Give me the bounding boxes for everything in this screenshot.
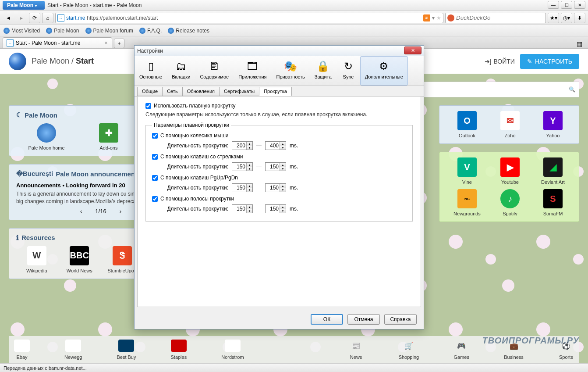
- app-menu-button[interactable]: Pale Moon: [3, 1, 45, 10]
- tile-bestbuy[interactable]: Best Buy: [117, 340, 136, 360]
- spin-up-icon[interactable]: ▲: [247, 205, 252, 209]
- all-tabs-button[interactable]: ▦: [577, 40, 584, 48]
- spin-down-icon[interactable]: ▼: [280, 209, 286, 213]
- tile-spotify[interactable]: ♪Spotify: [489, 189, 531, 216]
- spinner-min[interactable]: ▲▼: [232, 204, 253, 213]
- spinner-max[interactable]: ▲▼: [265, 183, 286, 192]
- spinner-input[interactable]: [232, 184, 246, 192]
- checkbox-smooth-scroll[interactable]: [145, 103, 151, 109]
- reload-button[interactable]: ⟳: [29, 13, 40, 23]
- subtab-scroll[interactable]: Прокрутка: [259, 87, 292, 96]
- search-input[interactable]: [456, 14, 544, 21]
- bookmark-button[interactable]: ★▾: [548, 13, 559, 23]
- tile-newgrounds[interactable]: NGNewgrounds: [446, 189, 488, 216]
- ok-button[interactable]: ОК: [311, 314, 343, 325]
- dropdown-icon[interactable]: ▾: [432, 15, 435, 21]
- tile-pm-home[interactable]: Pale Moon home: [16, 123, 77, 150]
- url-bar[interactable]: ∷ start.me ෧ ▾ ★: [55, 13, 443, 23]
- history-button[interactable]: ◷▾: [561, 13, 572, 23]
- help-button[interactable]: Справка: [384, 314, 417, 325]
- toolbtn-content[interactable]: 🖹Содержимое: [195, 56, 234, 86]
- dialog-titlebar[interactable]: Настройки ✕: [135, 46, 424, 56]
- tile-somafm[interactable]: SSomaFM: [532, 189, 574, 216]
- tile-addons[interactable]: ✚Add-ons: [78, 123, 139, 150]
- spinner-input[interactable]: [266, 205, 280, 213]
- tile-games[interactable]: 🎮Games: [453, 340, 469, 360]
- spin-down-icon[interactable]: ▼: [280, 146, 286, 150]
- spinner-input[interactable]: [232, 205, 246, 213]
- tile-yahoo[interactable]: YYahoo: [532, 111, 574, 138]
- tile-news[interactable]: 📰News: [348, 340, 364, 360]
- spin-up-icon[interactable]: ▲: [280, 142, 286, 146]
- spin-up-icon[interactable]: ▲: [280, 184, 286, 188]
- spinner-min[interactable]: ▲▼: [232, 183, 253, 192]
- spinner-input[interactable]: [266, 163, 280, 171]
- tile-newegg[interactable]: Newegg: [64, 340, 82, 360]
- tile-nordstrom[interactable]: Nordstrom: [221, 340, 244, 360]
- back-button[interactable]: ◄: [3, 13, 14, 23]
- subtab-network[interactable]: Сеть: [162, 87, 182, 96]
- maximize-button[interactable]: ☐: [561, 1, 572, 9]
- tab-close-icon[interactable]: ×: [103, 40, 109, 46]
- tile-ebay[interactable]: Ebay: [14, 340, 30, 360]
- spin-up-icon[interactable]: ▲: [247, 184, 252, 188]
- spin-up-icon[interactable]: ▲: [247, 163, 252, 167]
- spinner-input[interactable]: [266, 184, 280, 192]
- home-button[interactable]: ⌂: [42, 13, 53, 23]
- spinner-max[interactable]: ▲▼: [265, 162, 286, 171]
- bookmark-forum[interactable]: Pale Moon forum: [85, 28, 133, 34]
- forward-button[interactable]: ▸: [16, 13, 27, 23]
- spinner-min[interactable]: ▲▼: [232, 141, 253, 150]
- spin-up-icon[interactable]: ▲: [247, 142, 252, 146]
- bookmark-most-visited[interactable]: Most Visited: [4, 28, 40, 34]
- new-tab-button[interactable]: +: [114, 39, 124, 48]
- tile-youtube[interactable]: ▶Youtube: [489, 157, 531, 185]
- rss-icon[interactable]: ෧: [423, 14, 430, 21]
- bookmark-star-icon[interactable]: ★: [436, 15, 441, 21]
- spin-down-icon[interactable]: ▼: [280, 167, 286, 171]
- downloads-button[interactable]: ⬇: [574, 13, 585, 23]
- search-bar[interactable]: [445, 13, 546, 23]
- tile-wikipedia[interactable]: WWikipedia: [16, 246, 57, 273]
- tile-zoho[interactable]: ✉Zoho: [489, 111, 531, 138]
- checkbox-group-1[interactable]: [152, 154, 158, 160]
- spinner-input[interactable]: [232, 142, 246, 150]
- pager-prev[interactable]: ‹: [80, 208, 82, 215]
- spin-down-icon[interactable]: ▼: [247, 188, 252, 192]
- checkbox-group-0[interactable]: [152, 133, 158, 139]
- tab-active[interactable]: ∷ Start - Pale Moon - start.me ×: [3, 37, 112, 48]
- toolbtn-sync[interactable]: ↻Sync: [337, 56, 360, 86]
- spinner-min[interactable]: ▲▼: [232, 162, 253, 171]
- spin-up-icon[interactable]: ▲: [280, 163, 286, 167]
- spin-down-icon[interactable]: ▼: [247, 167, 252, 171]
- tile-deviant[interactable]: ◢Deviant Art: [532, 157, 574, 185]
- toolbtn-general[interactable]: ▯Основные: [135, 56, 167, 86]
- checkbox-group-3[interactable]: [152, 196, 158, 202]
- cancel-button[interactable]: Отмена: [347, 314, 380, 325]
- subtab-updates[interactable]: Обновления: [182, 87, 220, 96]
- page-search-box[interactable]: 🔍: [413, 82, 579, 97]
- customize-button[interactable]: ✎НАСТРОИТЬ: [520, 54, 579, 69]
- spin-up-icon[interactable]: ▲: [280, 205, 286, 209]
- subtab-general[interactable]: Общие: [137, 87, 163, 96]
- bookmark-releasenotes[interactable]: Release notes: [168, 28, 209, 34]
- close-button[interactable]: ✕: [574, 1, 585, 9]
- toolbtn-tabs[interactable]: 🗂Вкладки: [167, 56, 195, 86]
- minimize-button[interactable]: —: [548, 1, 559, 9]
- pager-next[interactable]: ›: [120, 208, 121, 215]
- spin-down-icon[interactable]: ▼: [247, 209, 252, 213]
- toolbtn-privacy[interactable]: 🎭Приватность: [272, 56, 310, 86]
- spinner-input[interactable]: [266, 142, 280, 150]
- toolbtn-advanced[interactable]: ⚙Дополнительные: [360, 56, 408, 86]
- tile-shopping[interactable]: 🛒Shopping: [399, 340, 419, 360]
- subtab-certs[interactable]: Сертификаты: [219, 87, 259, 96]
- bookmark-palemoon[interactable]: Pale Moon: [46, 28, 79, 34]
- bookmark-faq[interactable]: F.A.Q.: [139, 28, 162, 34]
- login-button[interactable]: ➜]ВОЙТИ: [485, 58, 515, 65]
- tile-worldnews[interactable]: BBCWorld News: [59, 246, 100, 273]
- dialog-close-button[interactable]: ✕: [404, 46, 422, 54]
- spinner-max[interactable]: ▲▼: [265, 204, 286, 213]
- spinner-max[interactable]: ▲▼: [265, 141, 286, 150]
- spin-down-icon[interactable]: ▼: [247, 146, 252, 150]
- tile-vine[interactable]: VVine: [446, 157, 488, 185]
